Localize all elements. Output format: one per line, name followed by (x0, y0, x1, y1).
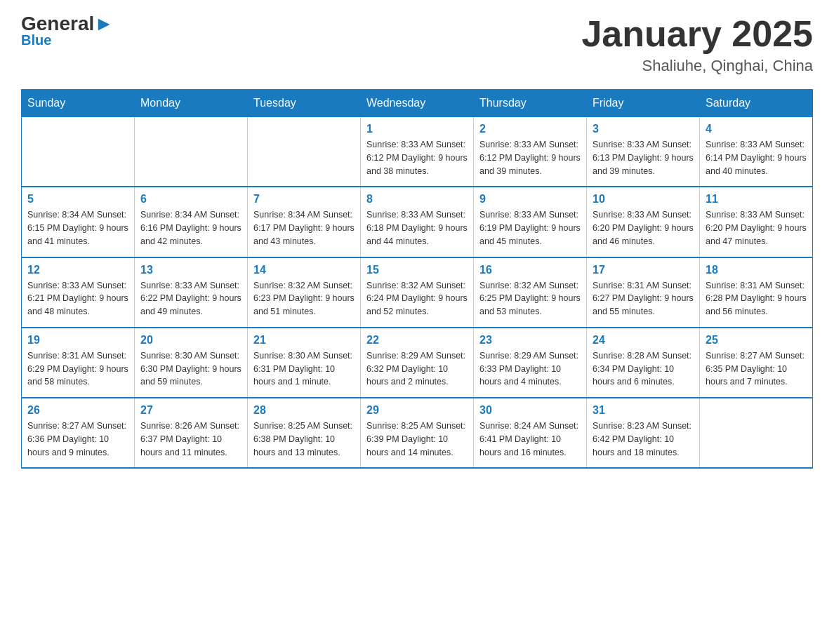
day-number: 28 (253, 404, 355, 417)
day-cell (248, 117, 361, 187)
day-number: 8 (366, 193, 468, 206)
day-cell: 30Sunrise: 8:24 AM Sunset: 6:41 PM Dayli… (474, 398, 587, 468)
day-cell: 8Sunrise: 8:33 AM Sunset: 6:18 PM Daylig… (361, 187, 474, 257)
day-cell: 17Sunrise: 8:31 AM Sunset: 6:27 PM Dayli… (587, 257, 700, 328)
day-info: Sunrise: 8:34 AM Sunset: 6:17 PM Dayligh… (253, 208, 355, 248)
calendar-table: Sunday Monday Tuesday Wednesday Thursday… (21, 89, 813, 469)
day-number: 13 (140, 264, 241, 276)
calendar-title: January 2025 (581, 14, 813, 54)
day-info: Sunrise: 8:30 AM Sunset: 6:31 PM Dayligh… (253, 349, 355, 389)
day-info: Sunrise: 8:33 AM Sunset: 6:21 PM Dayligh… (27, 279, 128, 318)
day-cell: 27Sunrise: 8:26 AM Sunset: 6:37 PM Dayli… (135, 398, 248, 468)
day-number: 24 (593, 334, 694, 347)
day-info: Sunrise: 8:34 AM Sunset: 6:15 PM Dayligh… (27, 208, 128, 248)
day-info: Sunrise: 8:24 AM Sunset: 6:41 PM Dayligh… (479, 420, 581, 459)
day-number: 1 (366, 123, 468, 135)
day-cell: 6Sunrise: 8:34 AM Sunset: 6:16 PM Daylig… (135, 187, 248, 257)
day-number: 4 (706, 123, 807, 135)
day-number: 5 (27, 193, 128, 206)
day-cell: 31Sunrise: 8:23 AM Sunset: 6:42 PM Dayli… (587, 398, 700, 468)
day-number: 11 (706, 193, 807, 206)
day-info: Sunrise: 8:25 AM Sunset: 6:39 PM Dayligh… (366, 420, 468, 459)
day-info: Sunrise: 8:23 AM Sunset: 6:42 PM Dayligh… (593, 420, 694, 459)
day-cell: 15Sunrise: 8:32 AM Sunset: 6:24 PM Dayli… (361, 257, 474, 328)
day-number: 9 (479, 193, 581, 206)
day-info: Sunrise: 8:27 AM Sunset: 6:36 PM Dayligh… (27, 420, 128, 459)
day-cell: 24Sunrise: 8:28 AM Sunset: 6:34 PM Dayli… (587, 328, 700, 398)
week-row-4: 19Sunrise: 8:31 AM Sunset: 6:29 PM Dayli… (22, 328, 813, 398)
day-number: 3 (593, 123, 694, 135)
day-cell: 3Sunrise: 8:33 AM Sunset: 6:13 PM Daylig… (587, 117, 700, 187)
col-friday: Friday (587, 90, 700, 117)
day-cell: 16Sunrise: 8:32 AM Sunset: 6:25 PM Dayli… (474, 257, 587, 328)
day-number: 17 (593, 264, 694, 276)
day-info: Sunrise: 8:33 AM Sunset: 6:19 PM Dayligh… (479, 208, 581, 248)
day-info: Sunrise: 8:32 AM Sunset: 6:25 PM Dayligh… (479, 279, 581, 318)
col-wednesday: Wednesday (361, 90, 474, 117)
calendar-subtitle: Shaliuhe, Qinghai, China (581, 57, 813, 75)
day-info: Sunrise: 8:29 AM Sunset: 6:33 PM Dayligh… (479, 349, 581, 389)
day-number: 30 (479, 404, 581, 417)
day-info: Sunrise: 8:33 AM Sunset: 6:18 PM Dayligh… (366, 208, 468, 248)
day-cell: 14Sunrise: 8:32 AM Sunset: 6:23 PM Dayli… (248, 257, 361, 328)
day-info: Sunrise: 8:33 AM Sunset: 6:20 PM Dayligh… (706, 208, 807, 248)
day-info: Sunrise: 8:31 AM Sunset: 6:27 PM Dayligh… (593, 279, 694, 318)
day-number: 21 (253, 334, 355, 347)
day-cell: 25Sunrise: 8:27 AM Sunset: 6:35 PM Dayli… (700, 328, 813, 398)
day-cell: 12Sunrise: 8:33 AM Sunset: 6:21 PM Dayli… (22, 257, 135, 328)
day-number: 16 (479, 264, 581, 276)
day-number: 27 (140, 404, 241, 417)
day-cell: 1Sunrise: 8:33 AM Sunset: 6:12 PM Daylig… (361, 117, 474, 187)
day-info: Sunrise: 8:28 AM Sunset: 6:34 PM Dayligh… (593, 349, 694, 389)
day-cell (135, 117, 248, 187)
week-row-3: 12Sunrise: 8:33 AM Sunset: 6:21 PM Dayli… (22, 257, 813, 328)
logo: General► Blue (21, 14, 114, 48)
day-cell: 11Sunrise: 8:33 AM Sunset: 6:20 PM Dayli… (700, 187, 813, 257)
day-cell: 10Sunrise: 8:33 AM Sunset: 6:20 PM Dayli… (587, 187, 700, 257)
logo-arrow: ► (94, 13, 114, 34)
day-cell: 7Sunrise: 8:34 AM Sunset: 6:17 PM Daylig… (248, 187, 361, 257)
day-number: 7 (253, 193, 355, 206)
day-number: 6 (140, 193, 241, 206)
day-number: 12 (27, 264, 128, 276)
day-info: Sunrise: 8:25 AM Sunset: 6:38 PM Dayligh… (253, 420, 355, 459)
day-number: 31 (593, 404, 694, 417)
day-number: 20 (140, 334, 241, 347)
logo-general: General► (21, 14, 114, 34)
day-number: 10 (593, 193, 694, 206)
week-row-1: 1Sunrise: 8:33 AM Sunset: 6:12 PM Daylig… (22, 117, 813, 187)
day-number: 2 (479, 123, 581, 135)
col-tuesday: Tuesday (248, 90, 361, 117)
day-info: Sunrise: 8:33 AM Sunset: 6:13 PM Dayligh… (593, 138, 694, 177)
day-cell: 9Sunrise: 8:33 AM Sunset: 6:19 PM Daylig… (474, 187, 587, 257)
day-cell: 26Sunrise: 8:27 AM Sunset: 6:36 PM Dayli… (22, 398, 135, 468)
week-row-2: 5Sunrise: 8:34 AM Sunset: 6:15 PM Daylig… (22, 187, 813, 257)
day-info: Sunrise: 8:33 AM Sunset: 6:22 PM Dayligh… (140, 279, 241, 318)
day-cell: 20Sunrise: 8:30 AM Sunset: 6:30 PM Dayli… (135, 328, 248, 398)
week-row-5: 26Sunrise: 8:27 AM Sunset: 6:36 PM Dayli… (22, 398, 813, 468)
header-row: Sunday Monday Tuesday Wednesday Thursday… (22, 90, 813, 117)
calendar-header: Sunday Monday Tuesday Wednesday Thursday… (22, 90, 813, 117)
day-number: 19 (27, 334, 128, 347)
day-cell (700, 398, 813, 468)
day-number: 26 (27, 404, 128, 417)
calendar-body: 1Sunrise: 8:33 AM Sunset: 6:12 PM Daylig… (22, 117, 813, 469)
day-info: Sunrise: 8:31 AM Sunset: 6:29 PM Dayligh… (27, 349, 128, 389)
day-cell: 29Sunrise: 8:25 AM Sunset: 6:39 PM Dayli… (361, 398, 474, 468)
day-info: Sunrise: 8:31 AM Sunset: 6:28 PM Dayligh… (706, 279, 807, 318)
col-saturday: Saturday (700, 90, 813, 117)
day-cell: 19Sunrise: 8:31 AM Sunset: 6:29 PM Dayli… (22, 328, 135, 398)
day-number: 18 (706, 264, 807, 276)
page-header: General► Blue January 2025 Shaliuhe, Qin… (21, 14, 813, 75)
day-number: 25 (706, 334, 807, 347)
day-info: Sunrise: 8:32 AM Sunset: 6:23 PM Dayligh… (253, 279, 355, 318)
day-cell: 23Sunrise: 8:29 AM Sunset: 6:33 PM Dayli… (474, 328, 587, 398)
day-info: Sunrise: 8:27 AM Sunset: 6:35 PM Dayligh… (706, 349, 807, 389)
day-number: 22 (366, 334, 468, 347)
day-cell: 22Sunrise: 8:29 AM Sunset: 6:32 PM Dayli… (361, 328, 474, 398)
day-number: 29 (366, 404, 468, 417)
day-cell (22, 117, 135, 187)
day-info: Sunrise: 8:33 AM Sunset: 6:12 PM Dayligh… (479, 138, 581, 177)
title-section: January 2025 Shaliuhe, Qinghai, China (581, 14, 813, 75)
col-thursday: Thursday (474, 90, 587, 117)
